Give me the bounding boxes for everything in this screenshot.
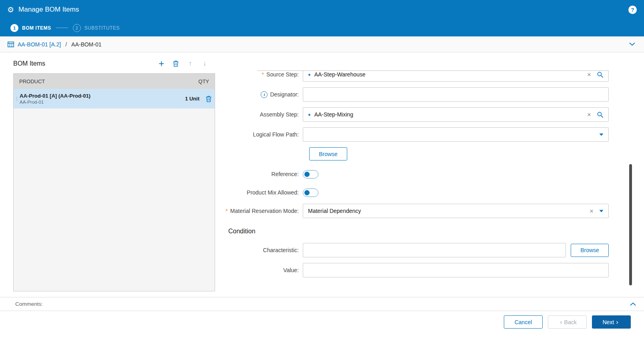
cancel-button[interactable]: Cancel	[504, 315, 543, 329]
bom-items-title: BOM Items	[13, 60, 45, 67]
list-header-row: PRODUCT QTY	[14, 74, 215, 89]
assembly-step-search-icon[interactable]	[597, 111, 604, 118]
bom-item-detail-form: * Source Step: ● AA-Step-Warehouse × i D…	[223, 70, 609, 289]
step-substitutes[interactable]: 2 SUBSTITUTES	[73, 24, 120, 32]
value-label: Value:	[223, 267, 303, 273]
designator-input[interactable]	[303, 87, 609, 102]
form-row-browse: Browse	[223, 147, 609, 160]
condition-section-title: Condition	[228, 228, 609, 235]
column-header-qty: QTY	[198, 78, 209, 84]
characteristic-browse-button[interactable]: Browse	[571, 244, 609, 257]
next-button[interactable]: Next ›	[592, 315, 631, 329]
required-marker: *	[225, 208, 227, 214]
input-actions: ×	[587, 71, 604, 78]
comments-label: Comments:	[15, 301, 43, 307]
assembly-step-input[interactable]: ● AA-Step-Mixing ×	[303, 107, 609, 122]
characteristic-input[interactable]	[303, 243, 566, 257]
step-connector-line	[56, 28, 68, 28]
back-button[interactable]: ‹ Back	[548, 315, 587, 329]
reference-label-text: Reference:	[272, 171, 299, 177]
product-subtitle: AA-Prod-01	[20, 100, 91, 104]
reference-toggle[interactable]	[303, 170, 318, 179]
form-row-value: Value:	[223, 263, 609, 277]
toggle-knob	[304, 172, 310, 177]
logical-flow-path-select[interactable]	[303, 127, 609, 142]
assembly-step-clear-icon[interactable]: ×	[587, 111, 591, 118]
source-step-search-icon[interactable]	[597, 71, 604, 78]
form-row-assembly-step: Assembly Step: ● AA-Step-Mixing ×	[223, 107, 609, 122]
characteristic-label: Characteristic:	[223, 247, 303, 253]
source-step-label: * Source Step:	[223, 71, 303, 78]
app-header: ⚙ Manage BOM Items ?	[0, 0, 644, 19]
logical-flow-path-label: Logical Flow Path:	[223, 131, 303, 138]
bom-items-toolbar: + ↑ ↓	[157, 60, 215, 68]
bom-items-panel-header: BOM Items + ↑ ↓	[13, 57, 215, 70]
bom-items-panel: BOM Items + ↑ ↓ PRODUCT QTY AA-Prod-01 […	[13, 57, 215, 291]
manage-bom-items-window: ⚙ Manage BOM Items ? 1 BOM ITEMS 2 SUBST…	[0, 0, 644, 341]
assembly-step-label-text: Assembly Step:	[260, 111, 299, 118]
breadcrumb-link-bom[interactable]: AA-BOM-01 [A.2]	[18, 41, 61, 48]
row-delete-icon[interactable]	[206, 96, 211, 102]
material-reservation-mode-value: Material Dependency	[308, 208, 361, 214]
source-step-input[interactable]: ● AA-Step-Warehouse ×	[303, 70, 609, 82]
material-reservation-mode-clear-icon[interactable]: ×	[590, 208, 594, 215]
required-marker: *	[262, 71, 264, 78]
form-scrollbar-thumb[interactable]	[629, 164, 632, 285]
value-label-text: Value:	[283, 267, 299, 273]
next-button-label: Next	[602, 319, 614, 325]
material-reservation-mode-select[interactable]: Material Dependency ×	[303, 204, 609, 218]
product-qty: 1 Unit	[185, 96, 199, 102]
source-step-clear-icon[interactable]: ×	[587, 71, 591, 78]
step-2-number: 2	[73, 24, 81, 32]
breadcrumb: AA-BOM-01 [A.2] / AA-BOM-01	[0, 36, 644, 52]
characteristic-label-text: Characteristic:	[263, 247, 299, 253]
info-icon[interactable]: i	[261, 91, 268, 98]
column-header-product: PRODUCT	[19, 78, 45, 84]
material-reservation-mode-label: * Material Reservation Mode:	[223, 208, 303, 214]
page-title: Manage BOM Items	[18, 6, 79, 14]
product-mix-allowed-toggle[interactable]	[303, 189, 318, 197]
designator-label-text: Designator:	[270, 91, 299, 98]
logical-flow-path-dropdown-icon[interactable]	[599, 133, 604, 136]
bom-item-row-selected[interactable]: AA-Prod-01 [A] (AA-Prod-01) AA-Prod-01 1…	[14, 89, 215, 108]
step-bom-items[interactable]: 1 BOM ITEMS	[10, 24, 51, 32]
material-reservation-mode-dropdown-icon[interactable]	[599, 210, 604, 213]
form-row-characteristic: Characteristic: Browse	[223, 243, 609, 257]
form-row-reference: Reference:	[223, 167, 609, 181]
toggle-knob	[304, 190, 310, 195]
reference-label: Reference:	[223, 171, 303, 177]
source-step-value: AA-Step-Warehouse	[314, 71, 366, 78]
input-actions: ×	[587, 111, 604, 118]
comments-section[interactable]: Comments:	[0, 297, 644, 311]
delete-bom-item-button[interactable]	[172, 60, 180, 68]
step-1-label: BOM ITEMS	[22, 25, 51, 31]
move-down-button[interactable]: ↓	[201, 60, 209, 68]
input-actions	[599, 133, 604, 136]
product-name: AA-Prod-01 [A] (AA-Prod-01)	[20, 93, 91, 99]
move-up-button[interactable]: ↑	[186, 60, 194, 68]
manage-bom-items-icon: ⚙	[7, 6, 14, 14]
entity-dot-icon: ●	[308, 72, 311, 77]
value-input[interactable]	[303, 263, 609, 277]
back-chevron-icon: ‹	[560, 319, 562, 325]
logical-flow-path-label-text: Logical Flow Path:	[253, 131, 299, 138]
form-row-product-mix-allowed: Product Mix Allowed:	[223, 185, 609, 200]
comments-chevron-up-icon[interactable]	[630, 302, 636, 306]
drag-handle[interactable]	[15, 97, 19, 101]
next-chevron-icon: ›	[616, 319, 618, 325]
material-reservation-mode-label-text: Material Reservation Mode:	[230, 208, 299, 214]
add-bom-item-button[interactable]: +	[157, 60, 165, 68]
source-step-label-text: Source Step:	[266, 71, 299, 78]
logical-flow-path-browse-button[interactable]: Browse	[309, 147, 347, 160]
entity-dot-icon: ●	[308, 112, 311, 117]
wizard-footer: Cancel ‹ Back Next ›	[0, 311, 644, 341]
form-row-designator: i Designator:	[223, 87, 609, 102]
breadcrumb-separator: /	[65, 41, 67, 48]
collapse-header-chevron-down-icon[interactable]	[629, 42, 636, 46]
step-1-number: 1	[10, 24, 18, 32]
breadcrumb-current: AA-BOM-01	[71, 41, 101, 48]
product-mix-allowed-label: Product Mix Allowed:	[223, 189, 303, 196]
assembly-step-label: Assembly Step:	[223, 111, 303, 118]
help-icon[interactable]: ?	[628, 6, 637, 14]
form-row-source-step: * Source Step: ● AA-Step-Warehouse ×	[223, 70, 609, 82]
